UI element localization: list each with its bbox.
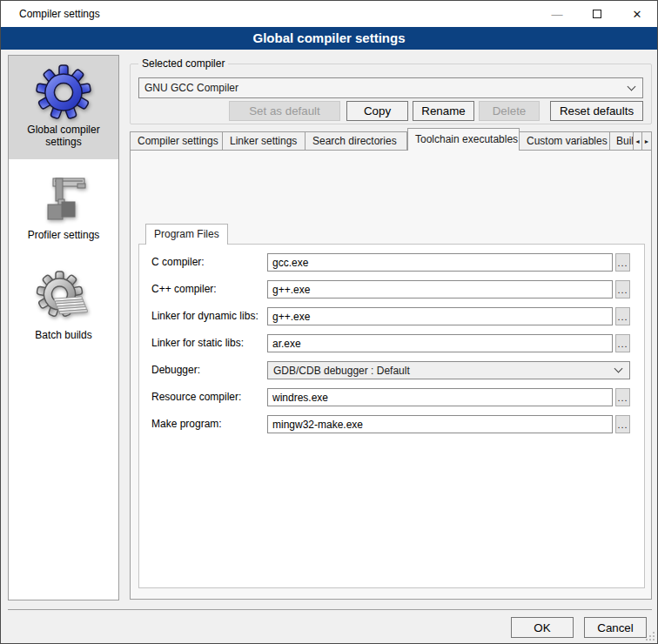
minimize-icon: — (552, 8, 563, 21)
field-label: C++ compiler: (151, 280, 217, 299)
linker-dynamic-input[interactable] (267, 307, 613, 325)
resize-grip[interactable] (646, 632, 655, 641)
field-label: Debugger: (151, 361, 200, 379)
form-row-resource-compiler: Resource compiler: ... (139, 388, 644, 407)
sidebar-item-profiler-settings[interactable]: Profiler settings (9, 159, 118, 258)
sidebar-item-label: Batch builds (9, 325, 118, 350)
browse-button[interactable]: ... (615, 415, 630, 433)
form-row-make-program: Make program: ... (139, 415, 644, 434)
c-compiler-input[interactable] (267, 253, 613, 272)
sidebar-item-label: Profiler settings (9, 225, 118, 250)
arrow-left-icon: ◄ (634, 138, 641, 144)
form-row-cpp-compiler: C++ compiler: ... (139, 280, 644, 299)
browse-button[interactable]: ... (615, 280, 630, 299)
field-label: Make program: (151, 415, 222, 433)
compiler-settings-window: Compiler settings — ✕ Global compiler se… (0, 0, 658, 644)
tab-compiler-settings[interactable]: Compiler settings (130, 131, 223, 151)
browse-button[interactable]: ... (615, 388, 630, 406)
debugger-select[interactable]: GDB/CDB debugger : Default (267, 361, 630, 379)
page-title: Global compiler settings (1, 27, 657, 50)
blue-gear-icon (9, 64, 118, 120)
browse-button[interactable]: ... (615, 334, 630, 352)
set-as-default-button: Set as default (229, 101, 340, 121)
debugger-select-value: GDB/CDB debugger : Default (268, 365, 615, 377)
cpp-compiler-input[interactable] (267, 280, 613, 299)
compiler-select-value: GNU GCC Compiler (139, 82, 628, 94)
tab-custom-variables[interactable]: Custom variables (520, 131, 610, 151)
chevron-down-icon (614, 365, 623, 373)
footer-divider (8, 609, 652, 610)
form-row-debugger: Debugger: GDB/CDB debugger : Default (139, 361, 644, 380)
window-title: Compiler settings (19, 1, 100, 27)
resource-compiler-input[interactable] (267, 388, 613, 406)
titlebar: Compiler settings — ✕ (1, 1, 657, 27)
caliper-icon (9, 173, 118, 225)
ok-button[interactable]: OK (511, 617, 574, 638)
tab-linker-settings[interactable]: Linker settings (223, 131, 306, 151)
sidebar-item-label: Global compiler settings (9, 120, 118, 157)
field-label: Resource compiler: (151, 388, 241, 406)
form-row-linker-dynamic: Linker for dynamic libs: ... (139, 307, 644, 326)
gray-gear-stack-icon (9, 270, 118, 325)
tab-search-directories[interactable]: Search directories (306, 131, 407, 151)
close-icon: ✕ (633, 8, 642, 21)
close-button[interactable]: ✕ (617, 1, 657, 27)
arrow-right-icon: ► (644, 138, 650, 144)
minimize-button[interactable]: — (537, 1, 577, 27)
tab-scroll-right-button[interactable]: ► (642, 131, 652, 151)
field-label: Linker for static libs: (151, 334, 244, 352)
make-program-input[interactable] (267, 415, 613, 433)
tab-toolchain-executables[interactable]: Toolchain executables (407, 128, 520, 151)
compiler-select[interactable]: GNU GCC Compiler (138, 77, 643, 98)
tab-program-files[interactable]: Program Files (145, 224, 228, 245)
group-legend: Selected compiler (138, 57, 228, 70)
field-label: C compiler: (151, 253, 205, 272)
tab-build-options[interactable]: Build options (610, 131, 634, 151)
program-files-page: C compiler: ... C++ compiler: ... Linker… (138, 244, 645, 588)
maximize-icon (593, 10, 601, 18)
cancel-button[interactable]: Cancel (584, 617, 647, 638)
form-row-c-compiler: C compiler: ... (139, 253, 644, 272)
maximize-button[interactable] (577, 1, 617, 27)
rename-button[interactable]: Rename (413, 101, 474, 121)
form-row-linker-static: Linker for static libs: ... (139, 334, 644, 353)
reset-defaults-button[interactable]: Reset defaults (550, 101, 643, 121)
sidebar-item-batch-builds[interactable]: Batch builds (9, 258, 118, 364)
field-label: Linker for dynamic libs: (151, 307, 258, 325)
browse-button[interactable]: ... (615, 253, 630, 272)
copy-button[interactable]: Copy (346, 101, 408, 121)
browse-button[interactable]: ... (615, 307, 630, 325)
sidebar-item-global-compiler-settings[interactable]: Global compiler settings (9, 56, 118, 159)
settings-category-list: Global compiler settings Profiler sett (8, 55, 119, 600)
chevron-down-icon (628, 82, 636, 91)
tab-scroll-left-button[interactable]: ◄ (633, 131, 642, 151)
delete-button: Delete (479, 101, 540, 121)
linker-static-input[interactable] (267, 334, 613, 352)
